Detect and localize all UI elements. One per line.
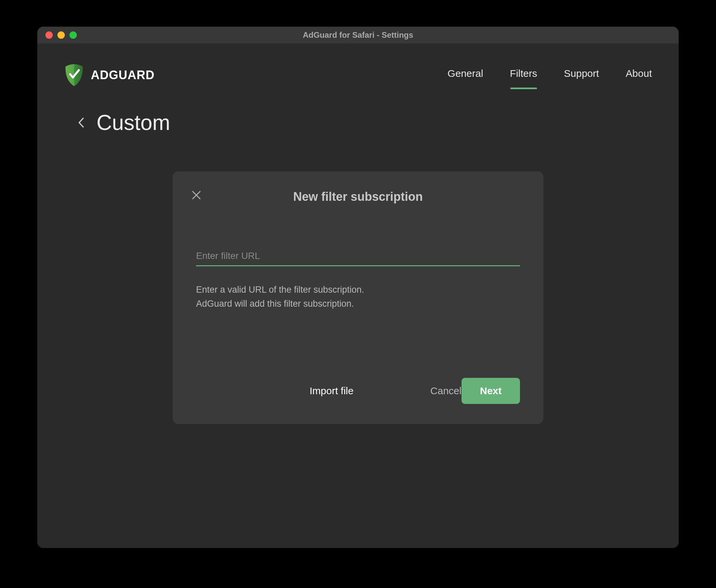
nav-about[interactable]: About [626,68,652,83]
nav-general[interactable]: General [448,68,483,83]
adguard-shield-icon [64,63,84,87]
help-line-1: Enter a valid URL of the filter subscrip… [196,283,520,297]
brand-name: ADGUARD [91,68,155,82]
window-title: AdGuard for Safari - Settings [303,30,413,40]
modal-title: New filter subscription [196,190,520,204]
import-file-button[interactable]: Import file [309,385,354,397]
page-heading: Custom [37,97,679,135]
next-button[interactable]: Next [461,378,520,404]
brand: ADGUARD [64,63,155,87]
nav-filters[interactable]: Filters [510,68,537,83]
nav-support[interactable]: Support [564,68,599,83]
modal-actions: Import file Cancel Next [196,378,520,404]
titlebar: AdGuard for Safari - Settings [37,27,679,43]
window-fullscreen-button[interactable] [69,31,77,39]
filter-url-field [196,251,520,266]
content-area: ADGUARD General Filters Support About Cu… [37,43,679,548]
modal-header: New filter subscription [196,190,520,204]
nav-tabs: General Filters Support About [448,68,652,83]
page-title: Custom [96,110,170,135]
filter-url-input[interactable] [196,251,520,261]
close-icon[interactable] [191,190,202,202]
app-window: AdGuard for Safari - Settings [37,27,679,548]
window-close-button[interactable] [45,31,53,39]
cancel-button[interactable]: Cancel [431,385,461,397]
window-minimize-button[interactable] [58,31,65,39]
new-filter-modal: New filter subscription Enter a valid UR… [173,171,543,424]
window-controls [37,31,77,39]
modal-help-text: Enter a valid URL of the filter subscrip… [196,283,520,311]
back-chevron-icon[interactable] [78,117,85,128]
help-line-2: AdGuard will add this filter subscriptio… [196,297,520,311]
app-header: ADGUARD General Filters Support About [37,43,679,97]
